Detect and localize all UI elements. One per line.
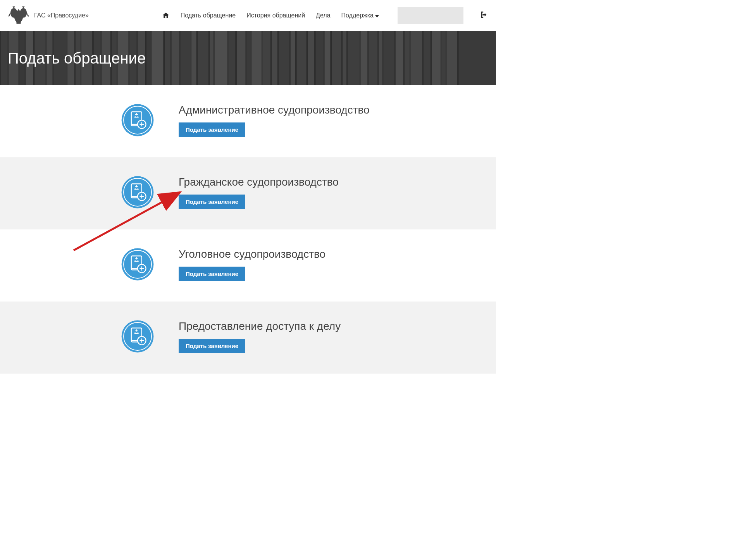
logout-icon[interactable]	[480, 10, 488, 21]
vertical-divider	[166, 317, 166, 356]
svg-rect-3	[16, 22, 21, 24]
svg-point-20	[122, 248, 154, 281]
section-civil: Гражданское судопроизводство Подать заяв…	[0, 157, 496, 229]
svg-point-27	[122, 320, 154, 353]
app-title: ГАС «Правосудие»	[34, 12, 89, 19]
book-plus-icon	[120, 175, 155, 210]
vertical-divider	[166, 173, 166, 212]
nav-support-label: Поддержка	[341, 12, 374, 19]
apply-button-civil[interactable]: Подать заявление	[179, 195, 245, 209]
vertical-divider	[166, 245, 166, 284]
svg-point-2	[14, 10, 23, 22]
page-title: Подать обращение	[8, 50, 146, 67]
book-plus-icon	[120, 103, 155, 138]
apply-button-criminal[interactable]: Подать заявление	[179, 267, 245, 281]
section-title: Предоставление доступа к делу	[179, 320, 341, 333]
logo-block: ГАС «Правосудие»	[8, 5, 89, 26]
header: ГАС «Правосудие» Подать обращение Истори…	[0, 0, 496, 31]
book-plus-icon	[120, 247, 155, 282]
nav-home[interactable]	[162, 12, 170, 19]
apply-button-administrative[interactable]: Подать заявление	[179, 122, 245, 137]
section-criminal: Уголовное судопроизводство Подать заявле…	[0, 229, 496, 302]
nav-submit[interactable]: Подать обращение	[181, 12, 236, 19]
caret-down-icon	[375, 12, 379, 19]
svg-point-11	[122, 176, 154, 208]
nav-support[interactable]: Поддержка	[341, 12, 379, 19]
nav: Подать обращение История обращений Дела …	[162, 7, 488, 24]
section-title: Административное судопроизводство	[179, 104, 370, 116]
banner: Подать обращение	[0, 31, 496, 85]
section-case-access: Предоставление доступа к делу Подать зая…	[0, 302, 496, 374]
svg-point-4	[122, 104, 154, 136]
nav-cases[interactable]: Дела	[316, 12, 330, 19]
section-administrative: Административное судопроизводство Подать…	[0, 85, 496, 157]
section-title: Уголовное судопроизводство	[179, 248, 326, 260]
nav-history[interactable]: История обращений	[246, 12, 305, 19]
emblem-icon	[8, 5, 29, 26]
book-plus-icon	[120, 319, 155, 354]
user-badge[interactable]	[398, 7, 463, 24]
home-icon	[162, 12, 170, 19]
section-title: Гражданское судопроизводство	[179, 176, 339, 188]
vertical-divider	[166, 101, 166, 140]
apply-button-case-access[interactable]: Подать заявление	[179, 339, 245, 353]
